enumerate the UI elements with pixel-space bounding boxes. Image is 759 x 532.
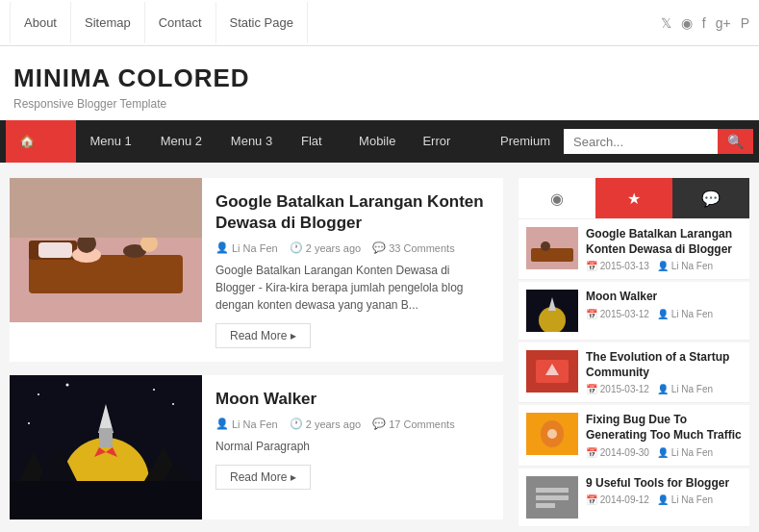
- recent-post-title: 9 Useful Tools for Blogger: [586, 476, 742, 492]
- svg-rect-39: [536, 495, 569, 500]
- recent-post-title: Fixing Bug Due To Generating Too Much Tr…: [586, 413, 742, 443]
- top-nav: About Sitemap Contact Static Page 𝕏 ◉ f …: [0, 0, 759, 46]
- svg-point-21: [66, 384, 69, 387]
- nav-about[interactable]: About: [10, 2, 71, 43]
- top-nav-links: About Sitemap Contact Static Page: [10, 2, 308, 43]
- post-author: 👤 Li Na Fen: [215, 241, 278, 254]
- recent-post-meta: 📅 2015-03-13 👤 Li Na Fen: [586, 261, 742, 271]
- social-links: 𝕏 ◉ f g+ P: [661, 15, 749, 31]
- instagram-icon[interactable]: ◉: [681, 15, 693, 31]
- nav-menu1[interactable]: Menu 1 ▾: [76, 120, 146, 163]
- recent-post-title: Moon Walker: [586, 290, 742, 305]
- post-thumbnail: [10, 178, 202, 322]
- nav-flatui[interactable]: Flat UI: [288, 120, 345, 163]
- sidebar-icons: ◉ ★ 💬: [519, 178, 749, 219]
- recent-post-thumbnail: [526, 227, 578, 269]
- recent-post-thumbnail: [526, 290, 578, 332]
- svg-rect-1: [29, 255, 183, 293]
- recent-post-meta: 📅 2014-09-12 👤 Li Na Fen: [586, 494, 742, 505]
- svg-point-24: [28, 422, 30, 424]
- content-wrapper: Google Batalkan Larangan Konten Dewasa d…: [0, 163, 759, 532]
- star-icon-button[interactable]: ★: [595, 178, 672, 218]
- recent-post-item: 9 Useful Tools for Blogger 📅 2014-09-12 …: [519, 469, 749, 527]
- google-plus-icon[interactable]: g+: [716, 15, 731, 31]
- search-bar: 🔍: [564, 129, 753, 154]
- svg-rect-26: [531, 248, 573, 262]
- search-button[interactable]: 🔍: [718, 129, 753, 154]
- post-meta: 👤 Li Na Fen 🕐 2 years ago 💬 17 Comments: [215, 418, 490, 430]
- nav-errorpage[interactable]: Error Page: [409, 120, 487, 163]
- post-comments: 💬 33 Comments: [372, 241, 454, 254]
- recent-post-item: Moon Walker 📅 2015-03-12 👤 Li Na Fen: [519, 282, 749, 341]
- nav-home[interactable]: 🏠 Home: [6, 120, 76, 163]
- svg-rect-8: [10, 178, 202, 238]
- recent-post-thumbnail: [526, 476, 578, 519]
- post-body: Google Batalkan Larangan Konten Dewasa d…: [202, 178, 503, 362]
- facebook-icon[interactable]: f: [702, 15, 706, 31]
- search-input[interactable]: [564, 129, 718, 154]
- post-card: Google Batalkan Larangan Konten Dewasa d…: [10, 178, 503, 362]
- chat-icon-button[interactable]: 💬: [672, 178, 749, 218]
- post-card: Moon Walker 👤 Li Na Fen 🕐 2 years ago 💬 …: [10, 375, 503, 519]
- post-title: Google Batalkan Larangan Konten Dewasa d…: [215, 191, 490, 234]
- recent-post-thumbnail: [526, 413, 578, 455]
- svg-point-20: [38, 393, 39, 395]
- rss-icon-button[interactable]: ◉: [519, 178, 595, 218]
- pinterest-icon[interactable]: P: [741, 15, 749, 31]
- nav-premium[interactable]: Premium: [487, 120, 564, 163]
- main-nav: 🏠 Home Menu 1 ▾ Menu 2 ▾ Menu 3 ▾ Flat U…: [0, 120, 759, 163]
- twitter-icon[interactable]: 𝕏: [661, 15, 671, 31]
- main-content: Google Batalkan Larangan Konten Dewasa d…: [10, 178, 503, 532]
- recent-post-meta: 📅 2015-03-12 👤 Li Na Fen: [586, 309, 742, 319]
- nav-contact[interactable]: Contact: [145, 2, 216, 43]
- recent-post-info: Moon Walker 📅 2015-03-12 👤 Li Na Fen: [586, 290, 742, 332]
- recent-post-item: The Evolution of a Startup Community 📅 2…: [519, 342, 749, 403]
- site-subtitle: Responsive Blogger Template: [13, 97, 746, 111]
- svg-rect-3: [38, 242, 72, 258]
- recent-post-info: Google Batalkan Larangan Konten Dewasa d…: [586, 227, 742, 271]
- nav-menu3[interactable]: Menu 3 ▾: [217, 120, 288, 163]
- recent-post-item: Fixing Bug Due To Generating Too Much Tr…: [519, 405, 749, 466]
- read-more-button[interactable]: Read More ▸: [215, 465, 311, 490]
- post-time: 🕐 2 years ago: [290, 418, 361, 430]
- recent-post-meta: 📅 2015-03-12 👤 Li Na Fen: [586, 384, 742, 394]
- nav-mobile[interactable]: Mobile: [345, 120, 409, 163]
- site-header: MINIMA COLORED Responsive Blogger Templa…: [0, 46, 759, 120]
- nav-static-page[interactable]: Static Page: [216, 2, 309, 43]
- nav-menu2[interactable]: Menu 2 ▾: [147, 120, 217, 163]
- post-thumbnail: [10, 375, 202, 519]
- site-title: MINIMA COLORED: [13, 63, 746, 93]
- nav-sitemap[interactable]: Sitemap: [71, 2, 145, 43]
- post-title: Moon Walker: [215, 389, 490, 410]
- post-excerpt: Normal Paragraph: [215, 438, 490, 455]
- recent-post-item: Google Batalkan Larangan Konten Dewasa d…: [519, 219, 749, 280]
- recent-post-info: The Evolution of a Startup Community 📅 2…: [586, 350, 742, 394]
- svg-point-36: [547, 429, 557, 439]
- recent-post-info: Fixing Bug Due To Generating Too Much Tr…: [586, 413, 742, 457]
- svg-point-23: [172, 403, 174, 405]
- svg-point-22: [153, 389, 155, 391]
- recent-post-thumbnail: [526, 350, 578, 393]
- post-time: 🕐 2 years ago: [290, 241, 361, 254]
- svg-rect-38: [536, 488, 569, 493]
- post-body: Moon Walker 👤 Li Na Fen 🕐 2 years ago 💬 …: [202, 375, 503, 519]
- post-author: 👤 Li Na Fen: [215, 418, 278, 430]
- recent-post-meta: 📅 2014-09-30 👤 Li Na Fen: [586, 447, 742, 458]
- post-meta: 👤 Li Na Fen 🕐 2 years ago 💬 33 Comments: [215, 241, 490, 254]
- recent-post-info: 9 Useful Tools for Blogger 📅 2014-09-12 …: [586, 476, 742, 519]
- sidebar: ◉ ★ 💬 Google Batalkan Larangan Konten De…: [519, 178, 749, 532]
- svg-rect-40: [536, 503, 555, 508]
- recent-post-title: The Evolution of a Startup Community: [586, 350, 742, 380]
- recent-post-title: Google Batalkan Larangan Konten Dewasa d…: [586, 227, 742, 257]
- read-more-button[interactable]: Read More ▸: [215, 323, 311, 348]
- svg-rect-17: [99, 428, 113, 447]
- svg-point-27: [541, 241, 550, 251]
- post-excerpt: Google Batalkan Larangan Konten Dewasa d…: [215, 262, 490, 314]
- svg-rect-11: [10, 481, 202, 519]
- post-comments: 💬 17 Comments: [372, 418, 454, 430]
